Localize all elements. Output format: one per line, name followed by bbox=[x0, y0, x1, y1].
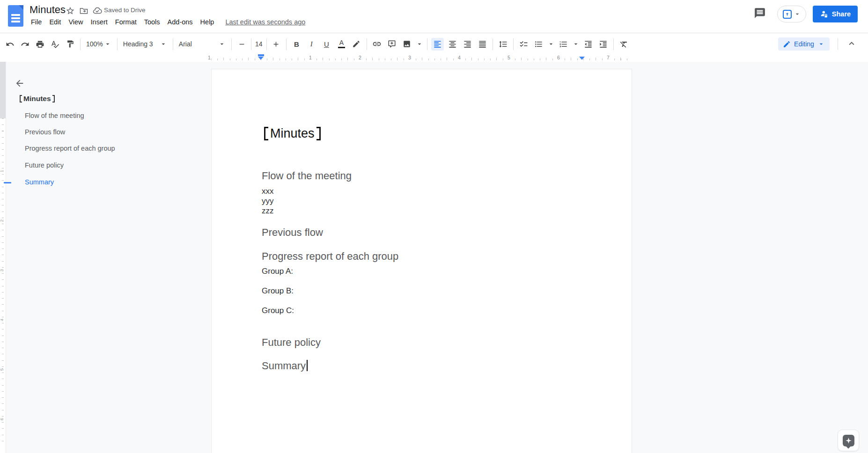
decrease-font-size-button[interactable] bbox=[235, 38, 248, 51]
chevron-down-icon bbox=[104, 40, 111, 48]
doc-heading[interactable]: Flow of the meeting bbox=[262, 170, 352, 182]
pencil-icon bbox=[783, 40, 791, 48]
decrease-indent-button[interactable] bbox=[582, 38, 595, 51]
menu-file[interactable]: File bbox=[27, 17, 45, 27]
left-indent-marker[interactable] bbox=[258, 57, 264, 60]
share-button[interactable]: Share bbox=[813, 6, 858, 22]
paragraph-style-select[interactable]: Heading 3 bbox=[121, 39, 169, 49]
doc-paragraph[interactable]: Group C: bbox=[262, 306, 294, 315]
open-comments-button[interactable] bbox=[754, 7, 766, 19]
doc-paragraph[interactable]: xxx yyy zzz bbox=[262, 186, 274, 216]
doc-paragraph[interactable]: Group A: bbox=[262, 266, 293, 276]
right-indent-marker[interactable] bbox=[579, 57, 585, 60]
logo-fold bbox=[19, 5, 23, 10]
horizontal-ruler: 1 1 2 3 4 5 6 7 bbox=[0, 54, 868, 62]
outline-item-flow[interactable]: Flow of the meeting bbox=[25, 112, 84, 122]
menu-tools[interactable]: Tools bbox=[140, 17, 164, 27]
docs-logo-icon[interactable] bbox=[8, 5, 23, 27]
bold-button[interactable]: B bbox=[290, 38, 303, 51]
move-folder-icon[interactable] bbox=[79, 6, 89, 16]
chevron-down-icon bbox=[160, 40, 167, 48]
share-label: Share bbox=[832, 10, 851, 18]
doc-heading[interactable]: Summary bbox=[262, 360, 308, 372]
menu-insert[interactable]: Insert bbox=[87, 17, 111, 27]
star-icon[interactable] bbox=[65, 6, 75, 16]
align-justify-button[interactable] bbox=[476, 38, 489, 51]
hide-menus-button[interactable] bbox=[846, 38, 857, 49]
menu-edit[interactable]: Edit bbox=[45, 17, 65, 27]
arrow-back-icon bbox=[15, 78, 25, 88]
menu-help[interactable]: Help bbox=[197, 17, 218, 27]
first-line-indent-marker[interactable] bbox=[258, 54, 264, 56]
add-comment-button[interactable] bbox=[386, 38, 398, 51]
align-right-button[interactable] bbox=[461, 38, 474, 51]
outline-item-future[interactable]: Future policy bbox=[25, 161, 64, 172]
align-left-button[interactable] bbox=[431, 38, 444, 51]
bulleted-list-dropdown-icon[interactable] bbox=[547, 38, 555, 51]
outline-title[interactable]: Minutes bbox=[20, 95, 55, 103]
underline-button[interactable]: U bbox=[320, 38, 333, 51]
doc-heading[interactable]: Future policy bbox=[262, 336, 321, 349]
doc-heading[interactable]: Previous flow bbox=[262, 226, 323, 239]
doc-paragraph[interactable]: Group B: bbox=[262, 286, 294, 296]
align-center-button[interactable] bbox=[446, 38, 459, 51]
insert-image-button[interactable] bbox=[401, 38, 413, 51]
paint-format-button[interactable] bbox=[64, 38, 76, 51]
line-spacing-button[interactable] bbox=[497, 38, 509, 51]
document-page[interactable]: Minutes Flow of the meeting xxx yyy zzz … bbox=[211, 69, 632, 453]
mode-label: Editing bbox=[794, 40, 814, 48]
italic-button[interactable]: I bbox=[305, 38, 318, 51]
menu-addons[interactable]: Add-ons bbox=[164, 17, 197, 27]
numbered-list-button[interactable] bbox=[557, 38, 570, 51]
menu-bar: File Edit View Insert Format Tools Add-o… bbox=[27, 17, 305, 27]
saved-status[interactable]: Saved to Drive bbox=[104, 7, 146, 14]
menu-format[interactable]: Format bbox=[111, 17, 140, 27]
present-icon bbox=[783, 10, 792, 19]
person-lock-icon bbox=[820, 10, 829, 19]
vertical-ruler: 1 2 3 4 5 6 bbox=[0, 62, 6, 453]
font-size-field[interactable]: 14 bbox=[251, 38, 267, 50]
text-color-button[interactable]: A bbox=[335, 38, 348, 51]
close-outline-button[interactable] bbox=[13, 77, 26, 90]
lenticular-bracket-left bbox=[264, 127, 268, 140]
present-dropdown-icon[interactable] bbox=[794, 10, 801, 18]
last-edit-link[interactable]: Last edit was seconds ago bbox=[225, 18, 305, 26]
highlight-color-button[interactable] bbox=[350, 38, 363, 51]
increase-indent-button[interactable] bbox=[597, 38, 610, 51]
present-button[interactable] bbox=[777, 6, 806, 22]
numbered-list-dropdown-icon[interactable] bbox=[572, 38, 580, 51]
menu-view[interactable]: View bbox=[65, 17, 87, 27]
outline-item-progress[interactable]: Progress report of each group bbox=[25, 145, 115, 155]
outline-item-previous[interactable]: Previous flow bbox=[25, 128, 65, 139]
chevron-down-icon bbox=[218, 40, 226, 48]
toolbar: 100% Heading 3 Arial 14 B bbox=[0, 33, 868, 54]
checklist-button[interactable] bbox=[517, 38, 530, 51]
undo-button[interactable] bbox=[4, 38, 16, 51]
bulleted-list-button[interactable] bbox=[532, 38, 545, 51]
outline-item-summary[interactable]: Summary bbox=[25, 178, 54, 189]
spellcheck-button[interactable] bbox=[49, 38, 61, 51]
lenticular-bracket-right bbox=[316, 127, 321, 140]
doc-heading[interactable]: Progress report of each group bbox=[262, 250, 398, 263]
editor-canvas: 1 2 3 4 5 6 Minutes Flow of the meeting … bbox=[0, 62, 868, 453]
saved-cloud-icon[interactable] bbox=[92, 6, 103, 16]
explore-button[interactable] bbox=[838, 430, 859, 451]
font-select[interactable]: Arial bbox=[177, 39, 228, 49]
redo-button[interactable] bbox=[19, 38, 31, 51]
increase-font-size-button[interactable] bbox=[270, 38, 282, 51]
outline-active-indicator bbox=[4, 182, 11, 183]
document-title[interactable]: Minutes bbox=[29, 4, 66, 16]
insert-link-button[interactable] bbox=[371, 38, 383, 51]
clear-formatting-button[interactable] bbox=[618, 38, 630, 51]
print-button[interactable] bbox=[34, 38, 46, 51]
mode-select[interactable]: Editing bbox=[778, 37, 830, 51]
zoom-select[interactable]: 100% bbox=[84, 39, 113, 49]
text-cursor bbox=[307, 360, 308, 371]
google-docs-app: Minutes Saved to Drive File Edit View In… bbox=[0, 0, 868, 453]
chevron-down-icon bbox=[817, 40, 825, 48]
doc-title-text[interactable]: Minutes bbox=[264, 126, 321, 141]
insert-image-dropdown-icon[interactable] bbox=[416, 38, 423, 51]
explore-icon bbox=[843, 435, 854, 446]
header: Minutes Saved to Drive File Edit View In… bbox=[0, 0, 868, 33]
